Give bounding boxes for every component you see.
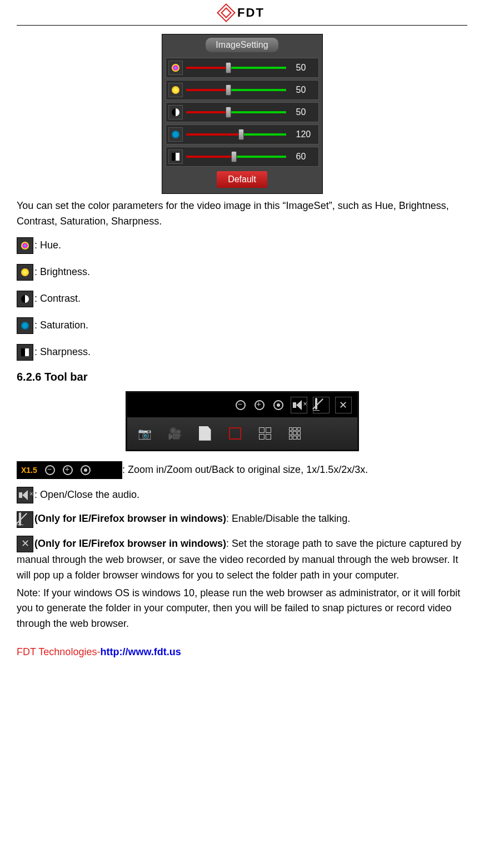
sharpness-track[interactable] [186, 153, 293, 161]
contrast-icon [17, 291, 33, 307]
slider-contrast[interactable]: 50 [166, 102, 319, 122]
footer-company: FDT Technologies- [17, 646, 100, 657]
path-legend: ✕(Only for IE/Firefox browser in windows… [17, 536, 467, 583]
section-title: 6.2.6 Tool bar [17, 371, 467, 383]
intro-paragraph: You can set the color parameters for the… [17, 198, 467, 230]
image-setting-panel: ImageSetting 50505012060 Default [162, 34, 323, 194]
record-icon[interactable]: 🎥 [165, 425, 185, 442]
zoom-reset-icon[interactable] [272, 397, 285, 413]
hue-icon [17, 237, 33, 254]
brand-logo: FDT [219, 6, 265, 20]
slider-hue[interactable]: 50 [166, 58, 319, 78]
brightness-value: 50 [296, 85, 316, 95]
talk-icon [17, 511, 33, 528]
view-single-icon[interactable] [225, 425, 245, 442]
sdcard-icon[interactable] [195, 425, 215, 442]
contrast-icon [168, 105, 183, 119]
saturation-thumb[interactable] [238, 129, 244, 140]
zoom-reset-mini-icon [81, 465, 91, 475]
logo-icon [217, 3, 236, 22]
legend-saturation: : Saturation. [17, 317, 467, 334]
zoom-in-mini-icon [63, 465, 73, 475]
settings-icon[interactable]: ✕ [335, 397, 352, 413]
legend-contrast: : Contrast. [17, 291, 467, 307]
brightness-icon [17, 264, 33, 281]
sharpness-value: 60 [296, 152, 316, 162]
zoom-bar-icon: X1.5 [17, 461, 122, 479]
legend-hue: : Hue. [17, 237, 467, 254]
saturation-track[interactable] [186, 131, 293, 138]
zoom-out-icon[interactable] [234, 397, 247, 413]
default-button[interactable]: Default [217, 171, 267, 188]
image-setting-title[interactable]: ImageSetting [206, 38, 278, 52]
legend-brightness: : Brightness. [17, 264, 467, 281]
contrast-thumb[interactable] [226, 107, 231, 118]
slider-sharpness[interactable]: 60 [166, 147, 319, 167]
toolbar-panel: × ✕ 📷 🎥 [126, 391, 359, 451]
talk-legend: (Only for IE/Firefox browser in windows)… [17, 511, 467, 528]
brightness-track[interactable] [186, 86, 293, 94]
slider-saturation[interactable]: 120 [166, 124, 319, 144]
zoom-legend: X1.5 : Zoom in/Zoom out/Back to original… [17, 461, 467, 479]
note-paragraph: Note: If your windows OS is windows 10, … [17, 586, 467, 632]
brand-text: FDT [237, 6, 265, 20]
brightness-thumb[interactable] [226, 84, 231, 96]
contrast-track[interactable] [186, 108, 293, 116]
hue-thumb[interactable] [226, 62, 231, 73]
hue-value: 50 [296, 63, 316, 73]
hue-icon [168, 61, 183, 75]
view-nine-icon[interactable] [285, 425, 305, 442]
slider-brightness[interactable]: 50 [166, 80, 319, 100]
saturation-value: 120 [296, 129, 316, 139]
sharpness-thumb[interactable] [231, 151, 237, 162]
contrast-value: 50 [296, 107, 316, 117]
saturation-icon [168, 127, 183, 142]
mute-icon[interactable]: × [291, 397, 307, 413]
page-footer: FDT Technologies-http://www.fdt.us [17, 646, 467, 658]
saturation-icon [17, 317, 33, 334]
audio-icon: × [17, 487, 33, 503]
sharpness-icon [168, 149, 183, 164]
brightness-icon [168, 83, 183, 97]
sharpness-icon [17, 344, 33, 361]
zoom-out-mini-icon [45, 465, 55, 475]
zoom-in-icon[interactable] [253, 397, 266, 413]
snapshot-icon[interactable]: 📷 [135, 425, 155, 442]
page-header: FDT [17, 0, 467, 26]
path-icon: ✕ [17, 536, 33, 552]
view-quad-icon[interactable] [255, 425, 275, 442]
hue-track[interactable] [186, 64, 293, 72]
footer-url[interactable]: http://www.fdt.us [100, 646, 181, 657]
audio-legend: × : Open/Close the audio. [17, 487, 467, 503]
mic-mute-icon[interactable] [313, 397, 330, 413]
legend-sharpness: : Sharpness. [17, 344, 467, 361]
